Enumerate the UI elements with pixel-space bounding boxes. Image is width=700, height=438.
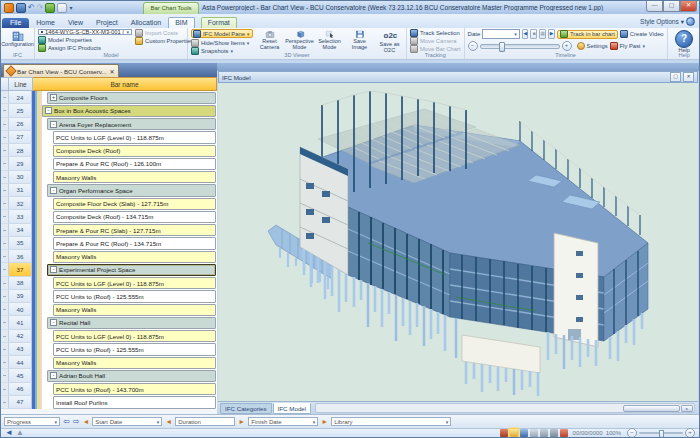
duration-field[interactable]: Duration xyxy=(175,417,235,426)
table-row[interactable]: 42PCC Units to LGF (Level 0) - 118.875m xyxy=(1,330,217,343)
bar-name-cell[interactable]: +Composite Floors xyxy=(47,92,216,104)
link-previous-icon[interactable]: ⇦ xyxy=(63,418,70,426)
progress-field[interactable]: Progress▾ xyxy=(4,417,60,426)
table-row[interactable]: 43PCC Units to (Roof) - 125.555m xyxy=(1,343,217,356)
line-number-cell[interactable]: 28 xyxy=(9,144,32,157)
expand-icon[interactable]: + xyxy=(50,94,57,101)
table-row[interactable]: 35Prepare & Pour RC (Roof) - 134.715m xyxy=(1,237,217,250)
table-row[interactable]: 28Composite Deck (Roof) xyxy=(1,144,217,157)
ifc-panel-header[interactable]: IFC Model ▢ ✕ xyxy=(218,71,698,83)
bar-name-cell[interactable]: Prepare & Pour RC (Roof) - 134.715m xyxy=(53,237,216,249)
bar-name-cell[interactable]: Prepare & Pour RC (Slab) - 127.715m xyxy=(53,224,216,236)
bar-name-cell[interactable]: Masonry Walls xyxy=(53,357,216,369)
bar-name-cell[interactable]: -Experimental Project Space xyxy=(47,264,216,276)
ifc-model-pane-toggle[interactable]: IFC Model Pane ▾ xyxy=(191,29,253,38)
track-in-bar-chart-toggle[interactable]: Track in bar chart xyxy=(557,30,618,39)
table-row[interactable]: 31-Organ Performance Space xyxy=(1,184,217,197)
line-number-cell[interactable]: 30 xyxy=(9,171,32,184)
tab-view[interactable]: View xyxy=(62,18,89,28)
bar-name-cell[interactable]: -Organ Performance Space xyxy=(47,184,216,196)
bar-name-cell[interactable]: -Arena Foyer Replacement xyxy=(47,118,216,130)
view-mode-5-icon[interactable] xyxy=(540,429,548,437)
library-field[interactable]: Library▾ xyxy=(331,417,451,426)
bar-name-cell[interactable]: Install Roof Purlins xyxy=(53,396,216,408)
bar-name-cell[interactable]: Prepare & Pour RC (Roof) - 126.100m xyxy=(53,158,216,170)
table-row[interactable]: 39PCC Units to (Roof) - 125.555m xyxy=(1,290,217,303)
table-row[interactable]: 46PCC Units to (Roof) - 143.700m xyxy=(1,383,217,396)
collapse-icon[interactable]: - xyxy=(50,121,57,128)
timeline-zoom-in-button[interactable]: + xyxy=(562,41,572,51)
fly-past-button[interactable]: Fly Past ▾ xyxy=(610,43,645,50)
bar-name-cell[interactable]: -Recital Hall xyxy=(47,317,216,329)
table-row[interactable]: 34Prepare & Pour RC (Slab) - 127.715m xyxy=(1,224,217,237)
table-row[interactable]: 29Prepare & Pour RC (Roof) - 126.100m xyxy=(1,157,217,170)
bar-name-cell[interactable]: PCC Units to (Roof) - 125.555m xyxy=(53,343,216,355)
bar-name-cell[interactable]: Masonry Walls xyxy=(53,251,216,263)
app-icon[interactable] xyxy=(4,3,14,13)
line-number-cell[interactable]: 31 xyxy=(9,184,32,197)
style-options-button[interactable]: Style Options xyxy=(640,18,679,25)
help-sphere-icon[interactable] xyxy=(686,17,695,26)
table-row[interactable]: 41-Recital Hall xyxy=(1,316,217,329)
go-up-icon[interactable]: ▲ xyxy=(16,429,24,437)
redo-icon[interactable]: ↷ xyxy=(37,4,44,12)
view-mode-2-icon[interactable] xyxy=(510,429,518,437)
finish-date-field[interactable]: Finish Date▾ xyxy=(248,417,318,426)
line-number-cell[interactable]: 36 xyxy=(9,250,32,263)
horizontal-scrollbar[interactable]: ▸ xyxy=(315,403,695,413)
save-icon[interactable] xyxy=(16,3,26,13)
table-row[interactable]: 38PCC Units to LGF (Level 0) - 118.875m xyxy=(1,277,217,290)
bar-name-cell[interactable]: -Box in Box Acoustic Spaces xyxy=(42,105,216,117)
model-properties-button[interactable]: Model Properties xyxy=(38,36,132,43)
ifc-panel-close-icon[interactable]: ✕ xyxy=(683,72,694,82)
view-mode-6-icon[interactable] xyxy=(550,429,558,437)
stop-button[interactable]: ■ xyxy=(530,29,537,39)
tab-format[interactable]: Format xyxy=(201,17,237,28)
table-row[interactable]: 45-Adrian Boult Hall xyxy=(1,369,217,382)
line-number-cell[interactable]: 43 xyxy=(9,343,32,356)
line-number-cell[interactable]: 44 xyxy=(9,356,32,369)
line-number-cell[interactable]: 41 xyxy=(9,316,32,329)
selection-mode-button[interactable]: Selection Mode xyxy=(316,29,343,51)
close-button[interactable]: ✕ xyxy=(680,1,697,12)
bar-name-cell[interactable]: Composite Deck (Roof) xyxy=(53,145,216,157)
ifc-3d-viewport[interactable] xyxy=(218,83,698,401)
move-camera-button[interactable]: Move Camera xyxy=(410,37,461,44)
collapse-icon[interactable]: - xyxy=(50,187,57,194)
bar-name-cell[interactable]: PCC Units to LGF (Level 0) - 118.875m xyxy=(53,330,216,342)
bar-name-cell[interactable]: Composite Floor Deck (Slab) - 127.715m xyxy=(53,198,216,210)
bar-name-cell[interactable]: PCC Units to LGF (Level 0) - 118.875m xyxy=(53,131,216,143)
bar-name-cell[interactable]: PCC Units to LGF (Level 0) - 118.875m xyxy=(53,277,216,289)
save-image-button[interactable]: Save Image xyxy=(346,29,373,51)
table-row[interactable]: 26-Arena Foyer Replacement xyxy=(1,118,217,131)
custom-properties-button[interactable]: Custom Properties xyxy=(135,37,193,44)
line-number-cell[interactable]: 47 xyxy=(9,396,32,409)
line-number-cell[interactable]: 39 xyxy=(9,290,32,303)
tab-allocation[interactable]: Allocation xyxy=(125,18,167,28)
zoom-in-button[interactable]: + xyxy=(685,428,695,438)
maximize-button[interactable]: ▢ xyxy=(663,1,680,12)
table-row[interactable]: 36Masonry Walls xyxy=(1,250,217,263)
line-number-cell[interactable]: 29 xyxy=(9,157,32,170)
bar-chart-view-tab[interactable]: Bar Chart View - BCU Conserv... ✕ xyxy=(3,64,119,77)
line-number-cell[interactable]: 34 xyxy=(9,224,32,237)
bar-name-cell[interactable]: Masonry Walls xyxy=(53,171,216,183)
line-number-cell[interactable]: 42 xyxy=(9,330,32,343)
model-select[interactable]: 1464-WYG-S-CB-XX-M3-001 (Revi ▾ xyxy=(38,29,132,35)
play-button[interactable]: ▶ xyxy=(548,29,555,39)
hide-show-items-button[interactable]: Hide/Show Items ▾ xyxy=(191,39,253,46)
line-number-cell[interactable]: 32 xyxy=(9,197,32,210)
timeline-slider[interactable] xyxy=(480,44,560,49)
table-row[interactable]: 25-Box in Box Acoustic Spaces xyxy=(1,104,217,117)
view-mode-7-icon[interactable] xyxy=(560,429,568,437)
line-number-cell[interactable]: 27 xyxy=(9,131,32,144)
link-next-icon[interactable]: ⇨ xyxy=(73,418,80,426)
zoom-slider[interactable] xyxy=(639,432,683,434)
configuration-button[interactable]: Configuration xyxy=(4,29,31,51)
reset-camera-button[interactable]: Reset Camera xyxy=(256,29,283,51)
move-bar-chart-button[interactable]: Move Bar Chart xyxy=(410,45,461,52)
tab-project[interactable]: Project xyxy=(90,18,124,28)
assign-ifc-products-button[interactable]: Assign IFC Products xyxy=(38,44,132,51)
bar-name-column-header[interactable]: Bar name xyxy=(33,77,217,91)
qat-dropdown-icon[interactable]: ▾ xyxy=(69,4,72,11)
